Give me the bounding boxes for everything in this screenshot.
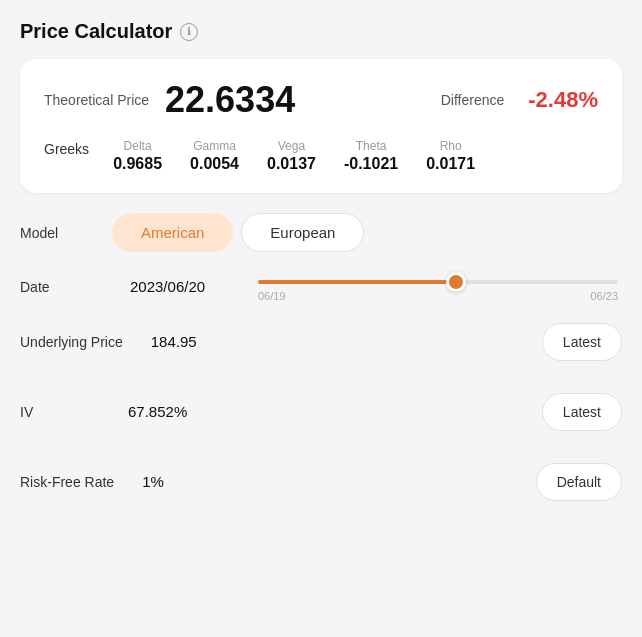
greek-value: 0.0137 xyxy=(267,155,316,173)
model-btn-european[interactable]: European xyxy=(241,213,364,252)
greek-value: 0.0171 xyxy=(426,155,475,173)
greek-value: 0.0054 xyxy=(190,155,239,173)
greek-name: Delta xyxy=(124,139,152,153)
difference-value: -2.48% xyxy=(528,87,598,113)
slider-max-label: 06/23 xyxy=(590,290,618,302)
greek-item-theta: Theta -0.1021 xyxy=(344,139,398,173)
underlying-price-input[interactable] xyxy=(135,321,530,362)
greek-item-gamma: Gamma 0.0054 xyxy=(190,139,239,173)
theoretical-price-label: Theoretical Price xyxy=(44,92,149,108)
difference-label: Difference xyxy=(441,92,505,108)
underlying-price-label: Underlying Price xyxy=(20,334,123,350)
date-slider[interactable]: 06/19 06/23 xyxy=(254,272,622,302)
greek-value: -0.1021 xyxy=(344,155,398,173)
date-value[interactable]: 2023/06/20 xyxy=(112,268,242,305)
page-title-row: Price Calculator ℹ xyxy=(20,20,622,43)
underlying-price-row: Underlying Price Latest xyxy=(20,321,622,362)
iv-latest-button[interactable]: Latest xyxy=(542,393,622,431)
greek-item-vega: Vega 0.0137 xyxy=(267,139,316,173)
risk-free-rate-input[interactable] xyxy=(126,461,524,502)
greeks-label: Greeks xyxy=(44,139,89,157)
iv-input[interactable] xyxy=(112,391,530,432)
model-section: Model AmericanEuropean xyxy=(20,213,622,252)
greeks-row: Greeks Delta 0.9685 Gamma 0.0054 Vega 0.… xyxy=(44,139,598,173)
model-label: Model xyxy=(20,225,100,241)
iv-label: IV xyxy=(20,404,100,420)
iv-row: IV Latest xyxy=(20,391,622,432)
divider-2 xyxy=(20,446,622,447)
greek-item-delta: Delta 0.9685 xyxy=(113,139,162,173)
greek-name: Theta xyxy=(356,139,387,153)
slider-track xyxy=(258,280,618,284)
date-label: Date xyxy=(20,279,100,295)
greek-name: Rho xyxy=(440,139,462,153)
slider-labels: 06/19 06/23 xyxy=(258,290,618,302)
underlying-price-latest-button[interactable]: Latest xyxy=(542,323,622,361)
price-card: Theoretical Price 22.6334 Difference -2.… xyxy=(20,59,622,193)
slider-min-label: 06/19 xyxy=(258,290,286,302)
price-calculator-container: Price Calculator ℹ Theoretical Price 22.… xyxy=(20,20,622,516)
theoretical-row: Theoretical Price 22.6334 Difference -2.… xyxy=(44,79,598,121)
greeks-items: Delta 0.9685 Gamma 0.0054 Vega 0.0137 Th… xyxy=(113,139,475,173)
date-section: Date 2023/06/20 06/19 06/23 xyxy=(20,268,622,305)
greek-value: 0.9685 xyxy=(113,155,162,173)
date-row: Date 2023/06/20 06/19 06/23 xyxy=(20,268,622,305)
greek-name: Gamma xyxy=(193,139,236,153)
info-icon[interactable]: ℹ xyxy=(180,23,198,41)
model-btn-american[interactable]: American xyxy=(112,213,233,252)
theoretical-price-value: 22.6334 xyxy=(165,79,295,121)
slider-thumb[interactable] xyxy=(446,272,466,292)
model-buttons: AmericanEuropean xyxy=(112,213,364,252)
risk-free-rate-row: Risk-Free Rate Default xyxy=(20,461,622,502)
risk-free-rate-label: Risk-Free Rate xyxy=(20,474,114,490)
risk-free-rate-default-button[interactable]: Default xyxy=(536,463,622,501)
slider-fill xyxy=(258,280,456,284)
greek-item-rho: Rho 0.0171 xyxy=(426,139,475,173)
greek-name: Vega xyxy=(278,139,305,153)
divider-1 xyxy=(20,376,622,377)
page-title: Price Calculator xyxy=(20,20,172,43)
